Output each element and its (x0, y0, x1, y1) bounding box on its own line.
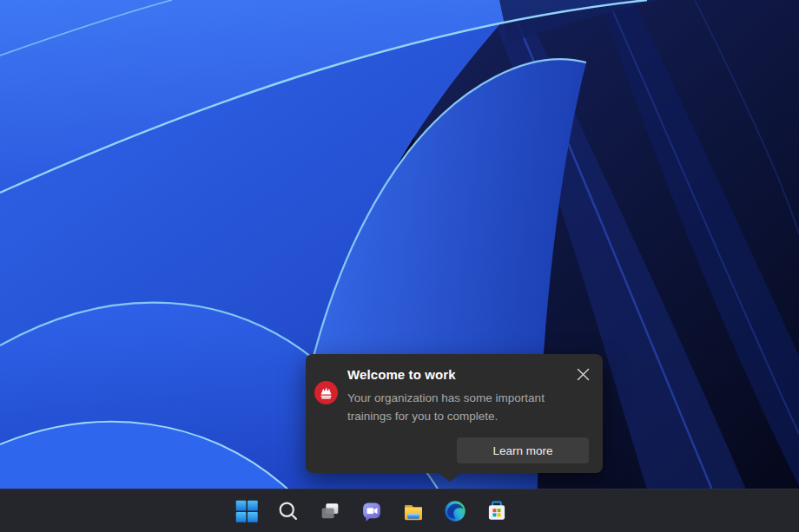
desktop: Welcome to work Your organization has so… (0, 0, 799, 532)
learn-more-button[interactable]: Learn more (457, 437, 589, 463)
notification-body: Your organization has some important tra… (347, 389, 577, 425)
windows-logo-icon (234, 499, 259, 523)
notification-toast: Welcome to work Your organization has so… (306, 354, 603, 473)
taskbar-chat-button[interactable] (353, 492, 391, 530)
taskbar-start-button[interactable] (228, 492, 266, 530)
edge-browser-icon (443, 499, 467, 523)
taskbar (0, 489, 799, 532)
notification-title: Welcome to work (347, 367, 456, 382)
close-icon (577, 368, 590, 381)
file-explorer-icon (401, 499, 426, 523)
taskbar-search-button[interactable] (269, 492, 307, 530)
chat-video-icon (360, 499, 384, 523)
microsoft-store-icon (485, 499, 509, 523)
training-badge-icon (314, 381, 338, 404)
task-view-icon (318, 499, 342, 523)
taskbar-icon-group (228, 492, 516, 530)
taskbar-edge-button[interactable] (436, 492, 474, 530)
taskbar-store-button[interactable] (478, 492, 516, 530)
search-icon (276, 499, 300, 523)
notification-caret (439, 473, 461, 482)
close-button[interactable] (573, 365, 592, 384)
taskbar-file-explorer-button[interactable] (394, 492, 433, 530)
taskbar-task-view-button[interactable] (311, 492, 349, 530)
